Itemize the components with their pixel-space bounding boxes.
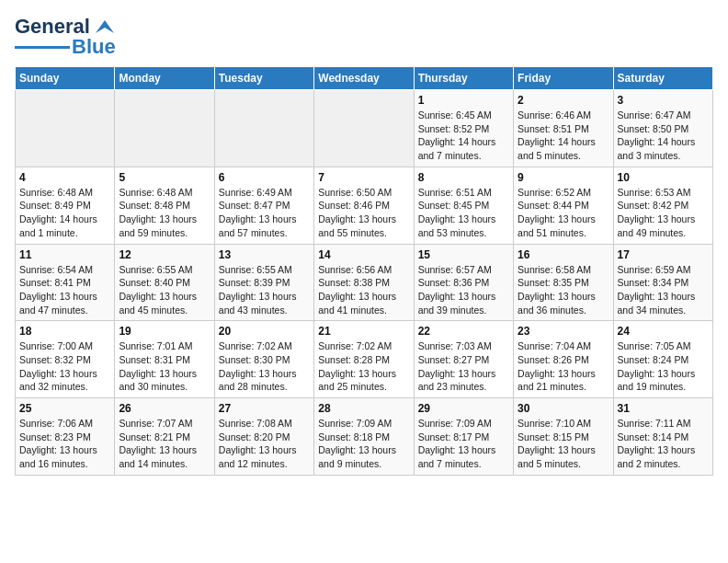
calendar-day-cell: 5Sunrise: 6:48 AM Sunset: 8:48 PM Daylig… — [115, 167, 214, 244]
calendar-week-row: 11Sunrise: 6:54 AM Sunset: 8:41 PM Dayli… — [16, 244, 713, 321]
calendar-day-cell: 23Sunrise: 7:04 AM Sunset: 8:26 PM Dayli… — [514, 321, 613, 398]
day-number: 26 — [119, 402, 210, 415]
day-number: 30 — [518, 402, 609, 415]
calendar-day-cell: 24Sunrise: 7:05 AM Sunset: 8:24 PM Dayli… — [613, 321, 712, 398]
day-info: Sunrise: 6:55 AM Sunset: 8:39 PM Dayligh… — [219, 263, 310, 317]
day-info: Sunrise: 6:57 AM Sunset: 8:36 PM Dayligh… — [418, 263, 509, 317]
calendar-day-cell: 6Sunrise: 6:49 AM Sunset: 8:47 PM Daylig… — [214, 167, 313, 244]
day-number: 14 — [318, 248, 409, 261]
calendar-week-row: 4Sunrise: 6:48 AM Sunset: 8:49 PM Daylig… — [16, 167, 713, 244]
day-info: Sunrise: 6:48 AM Sunset: 8:49 PM Dayligh… — [19, 186, 110, 240]
logo-bird-icon — [92, 17, 118, 37]
calendar-day-cell: 2Sunrise: 6:46 AM Sunset: 8:51 PM Daylig… — [514, 90, 613, 167]
day-number: 31 — [618, 402, 709, 415]
day-number: 12 — [119, 248, 210, 261]
logo-blue: Blue — [72, 35, 116, 59]
day-number: 13 — [219, 248, 310, 261]
day-of-week-header: Tuesday — [214, 67, 313, 90]
day-info: Sunrise: 6:55 AM Sunset: 8:40 PM Dayligh… — [119, 263, 210, 317]
calendar-day-cell — [115, 90, 214, 167]
day-number: 7 — [318, 171, 409, 184]
calendar-day-cell: 12Sunrise: 6:55 AM Sunset: 8:40 PM Dayli… — [115, 244, 214, 321]
day-info: Sunrise: 7:02 AM Sunset: 8:28 PM Dayligh… — [318, 339, 409, 394]
calendar-day-cell: 20Sunrise: 7:02 AM Sunset: 8:30 PM Dayli… — [214, 321, 313, 398]
calendar-day-cell: 16Sunrise: 6:58 AM Sunset: 8:35 PM Dayli… — [514, 244, 613, 321]
svg-marker-0 — [96, 20, 114, 33]
day-of-week-header: Thursday — [414, 67, 513, 90]
calendar-day-cell: 27Sunrise: 7:08 AM Sunset: 8:20 PM Dayli… — [214, 398, 313, 476]
day-number: 29 — [418, 402, 509, 415]
day-number: 16 — [518, 248, 609, 261]
day-info: Sunrise: 6:48 AM Sunset: 8:48 PM Dayligh… — [119, 186, 210, 240]
day-number: 18 — [19, 325, 110, 338]
calendar-day-cell: 21Sunrise: 7:02 AM Sunset: 8:28 PM Dayli… — [314, 321, 414, 398]
calendar-day-cell — [314, 90, 414, 167]
day-info: Sunrise: 6:46 AM Sunset: 8:51 PM Dayligh… — [518, 109, 609, 163]
day-info: Sunrise: 7:06 AM Sunset: 8:23 PM Dayligh… — [19, 417, 110, 471]
calendar-day-cell: 26Sunrise: 7:07 AM Sunset: 8:21 PM Dayli… — [115, 398, 214, 476]
day-of-week-header: Saturday — [613, 67, 712, 90]
calendar-day-cell: 31Sunrise: 7:11 AM Sunset: 8:14 PM Dayli… — [613, 398, 712, 476]
day-of-week-header: Friday — [514, 67, 613, 90]
day-number: 11 — [19, 248, 110, 261]
calendar-week-row: 1Sunrise: 6:45 AM Sunset: 8:52 PM Daylig… — [16, 90, 713, 167]
day-number: 21 — [318, 325, 409, 338]
calendar-day-cell: 9Sunrise: 6:52 AM Sunset: 8:44 PM Daylig… — [514, 167, 613, 244]
day-info: Sunrise: 7:01 AM Sunset: 8:31 PM Dayligh… — [119, 339, 210, 394]
calendar-day-cell: 25Sunrise: 7:06 AM Sunset: 8:23 PM Dayli… — [16, 398, 115, 476]
calendar-day-cell: 8Sunrise: 6:51 AM Sunset: 8:45 PM Daylig… — [414, 167, 513, 244]
day-info: Sunrise: 7:02 AM Sunset: 8:30 PM Dayligh… — [219, 339, 310, 394]
day-number: 28 — [318, 402, 409, 415]
day-number: 25 — [19, 402, 110, 415]
calendar-day-cell: 15Sunrise: 6:57 AM Sunset: 8:36 PM Dayli… — [414, 244, 513, 321]
day-number: 17 — [618, 248, 709, 261]
calendar-day-cell: 13Sunrise: 6:55 AM Sunset: 8:39 PM Dayli… — [214, 244, 313, 321]
calendar-day-cell: 18Sunrise: 7:00 AM Sunset: 8:32 PM Dayli… — [16, 321, 115, 398]
calendar-day-cell: 7Sunrise: 6:50 AM Sunset: 8:46 PM Daylig… — [314, 167, 414, 244]
day-info: Sunrise: 7:11 AM Sunset: 8:14 PM Dayligh… — [618, 417, 709, 471]
day-number: 22 — [418, 325, 509, 338]
calendar-day-cell: 28Sunrise: 7:09 AM Sunset: 8:18 PM Dayli… — [314, 398, 414, 476]
calendar-day-cell: 22Sunrise: 7:03 AM Sunset: 8:27 PM Dayli… — [414, 321, 513, 398]
day-number: 27 — [219, 402, 310, 415]
day-number: 6 — [219, 171, 310, 184]
day-info: Sunrise: 6:53 AM Sunset: 8:42 PM Dayligh… — [618, 186, 709, 240]
day-info: Sunrise: 7:09 AM Sunset: 8:18 PM Dayligh… — [318, 417, 409, 471]
day-number: 19 — [119, 325, 210, 338]
calendar-day-cell: 4Sunrise: 6:48 AM Sunset: 8:49 PM Daylig… — [16, 167, 115, 244]
day-number: 5 — [119, 171, 210, 184]
day-number: 3 — [618, 94, 709, 107]
calendar-day-cell: 1Sunrise: 6:45 AM Sunset: 8:52 PM Daylig… — [414, 90, 513, 167]
day-info: Sunrise: 7:08 AM Sunset: 8:20 PM Dayligh… — [219, 417, 310, 471]
day-info: Sunrise: 6:49 AM Sunset: 8:47 PM Dayligh… — [219, 186, 310, 240]
calendar-day-cell: 17Sunrise: 6:59 AM Sunset: 8:34 PM Dayli… — [613, 244, 712, 321]
day-of-week-header: Wednesday — [314, 67, 414, 90]
day-of-week-header: Monday — [115, 67, 214, 90]
calendar-day-cell — [214, 90, 313, 167]
calendar-day-cell: 14Sunrise: 6:56 AM Sunset: 8:38 PM Dayli… — [314, 244, 414, 321]
day-info: Sunrise: 6:51 AM Sunset: 8:45 PM Dayligh… — [418, 186, 509, 240]
day-number: 4 — [19, 171, 110, 184]
day-info: Sunrise: 6:54 AM Sunset: 8:41 PM Dayligh… — [19, 263, 110, 317]
day-info: Sunrise: 7:00 AM Sunset: 8:32 PM Dayligh… — [19, 339, 110, 394]
calendar-day-cell: 11Sunrise: 6:54 AM Sunset: 8:41 PM Dayli… — [16, 244, 115, 321]
calendar-day-cell: 19Sunrise: 7:01 AM Sunset: 8:31 PM Dayli… — [115, 321, 214, 398]
calendar-header-row: SundayMondayTuesdayWednesdayThursdayFrid… — [16, 67, 713, 90]
calendar-week-row: 18Sunrise: 7:00 AM Sunset: 8:32 PM Dayli… — [16, 321, 713, 398]
day-info: Sunrise: 7:10 AM Sunset: 8:15 PM Dayligh… — [518, 417, 609, 471]
day-info: Sunrise: 7:09 AM Sunset: 8:17 PM Dayligh… — [418, 417, 509, 471]
day-info: Sunrise: 7:03 AM Sunset: 8:27 PM Dayligh… — [418, 339, 509, 394]
day-info: Sunrise: 7:07 AM Sunset: 8:21 PM Dayligh… — [119, 417, 210, 471]
calendar-day-cell: 10Sunrise: 6:53 AM Sunset: 8:42 PM Dayli… — [613, 167, 712, 244]
logo: General Blue — [15, 15, 118, 59]
day-info: Sunrise: 6:47 AM Sunset: 8:50 PM Dayligh… — [618, 109, 709, 163]
page-header: General Blue — [15, 15, 713, 59]
calendar-day-cell: 3Sunrise: 6:47 AM Sunset: 8:50 PM Daylig… — [613, 90, 712, 167]
day-number: 2 — [518, 94, 609, 107]
calendar-day-cell: 30Sunrise: 7:10 AM Sunset: 8:15 PM Dayli… — [514, 398, 613, 476]
calendar-table: SundayMondayTuesdayWednesdayThursdayFrid… — [15, 66, 713, 476]
day-number: 23 — [518, 325, 609, 338]
day-number: 8 — [418, 171, 509, 184]
day-info: Sunrise: 7:05 AM Sunset: 8:24 PM Dayligh… — [618, 339, 709, 394]
day-info: Sunrise: 6:45 AM Sunset: 8:52 PM Dayligh… — [418, 109, 509, 163]
